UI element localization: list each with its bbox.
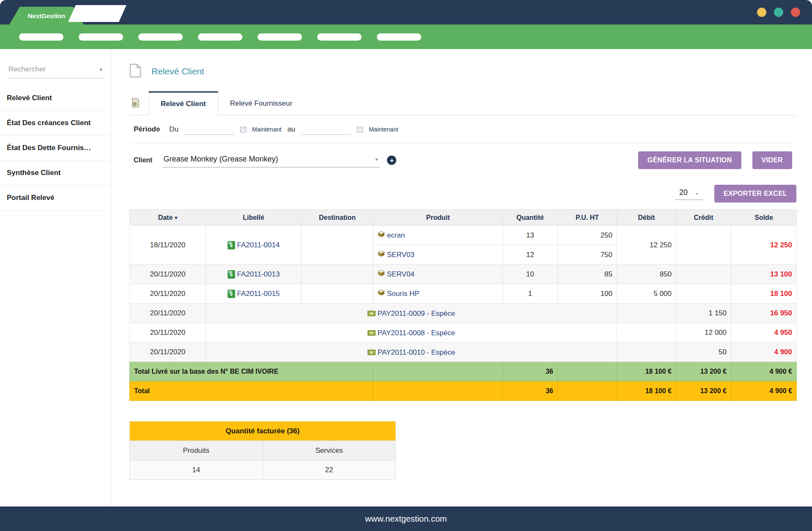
- cell-solde: 16 950: [731, 304, 797, 323]
- cell-libelle: $ FA2011-0015: [206, 284, 302, 304]
- app-window: NextGestion Rechercher ▾ Relevé Client É…: [0, 0, 812, 531]
- maintenant-from-link[interactable]: Maintenant: [252, 126, 281, 133]
- cell-pu: 250: [558, 226, 617, 245]
- payment-icon: [368, 330, 376, 336]
- cell-credit: [676, 265, 731, 284]
- nav-pill[interactable]: [19, 33, 63, 41]
- export-excel-button[interactable]: EXPORTER EXCEL: [714, 185, 796, 203]
- package-icon: [378, 250, 385, 259]
- nav-pill[interactable]: [377, 33, 421, 41]
- total-solde: 4 900 €: [731, 381, 797, 401]
- product-link[interactable]: ecran: [387, 231, 405, 240]
- cell-libelle: $ FA2011-0013: [206, 265, 302, 284]
- total-delivered-row: Total Livré sur la base des N° BE CIM IV…: [130, 362, 797, 381]
- col-quantite[interactable]: Quantité: [503, 210, 558, 226]
- col-credit[interactable]: Crédit: [676, 210, 731, 226]
- calendar-icon[interactable]: [357, 127, 363, 132]
- main-content: Relevé Client € Relevé Client Relevé Fou…: [111, 49, 812, 506]
- sidebar-search[interactable]: Rechercher ▾: [7, 62, 104, 78]
- invoice-icon: $: [228, 290, 235, 298]
- cell-date: 20/11/2020: [130, 265, 206, 284]
- col-produit[interactable]: Produit: [373, 210, 503, 226]
- table-row: 20/11/2020 PAY2011-0008 - Espèce 12 000 …: [130, 323, 797, 342]
- date-to-input[interactable]: [301, 124, 351, 135]
- nav-pill[interactable]: [79, 33, 123, 41]
- sidebar-item-etat-dette-fournisseur[interactable]: État Des Dette Fournis…: [0, 136, 111, 161]
- col-solde[interactable]: Solde: [731, 210, 797, 226]
- cell-debit: [617, 304, 676, 323]
- summary-produits-value: 14: [130, 460, 263, 480]
- cell-date: 18/11/2020: [130, 226, 206, 265]
- quantity-summary-table: Quantité facturée (36) Produits Services…: [129, 421, 396, 480]
- product-link[interactable]: Souris HP: [387, 290, 420, 298]
- cell-pu: 100: [558, 284, 617, 304]
- cell-debit: 12 250: [617, 226, 676, 265]
- table-header-row: Date▾ Libellé Destination Produit Quanti…: [130, 210, 797, 226]
- document-icon: [129, 63, 141, 79]
- chevron-down-icon: ▾: [375, 156, 378, 162]
- cell-credit: 1 150: [676, 304, 731, 323]
- clear-button[interactable]: VIDER: [752, 151, 792, 169]
- cell-payment: PAY2011-0008 - Espèce: [206, 323, 617, 342]
- payment-link[interactable]: PAY2011-0008 - Espèce: [378, 329, 455, 337]
- cell-quantite: 1: [503, 284, 558, 304]
- maintenant-to-link[interactable]: Maintenant: [369, 126, 398, 133]
- cell-credit: [676, 284, 731, 304]
- tab-bar: € Relevé Client Relevé Fournisseur: [129, 91, 796, 115]
- nav-pill[interactable]: [258, 33, 302, 41]
- invoice-link[interactable]: FA2011-0015: [237, 290, 280, 298]
- period-filter-row: Période Du Maintenant au Maintenant: [129, 115, 796, 144]
- cell-date: 20/11/2020: [130, 284, 206, 304]
- search-placeholder: Rechercher: [8, 65, 46, 74]
- package-icon: [378, 231, 385, 240]
- nav-pill[interactable]: [138, 33, 183, 41]
- col-date[interactable]: Date▾: [130, 210, 206, 226]
- sidebar-item-etat-creances-client[interactable]: État Des créances Client: [0, 111, 111, 136]
- sidebar-item-synthese-client[interactable]: Synthèse Client: [0, 161, 111, 186]
- cell-date: 20/11/2020: [130, 304, 206, 323]
- chevron-down-icon: ⌄: [694, 189, 699, 196]
- invoice-link[interactable]: FA2011-0014: [237, 241, 280, 249]
- cell-produit: SERV03: [373, 245, 503, 265]
- add-client-button[interactable]: +: [387, 156, 396, 165]
- sidebar-menu: Relevé Client État Des créances Client É…: [0, 86, 111, 211]
- product-link[interactable]: SERV04: [387, 270, 414, 279]
- cell-produit: Souris HP: [373, 284, 503, 304]
- invoice-icon: $: [228, 270, 235, 279]
- nav-pill[interactable]: [198, 33, 242, 41]
- col-libelle[interactable]: Libellé: [206, 210, 302, 226]
- nav-pill[interactable]: [317, 33, 362, 41]
- cell-credit: [676, 226, 731, 265]
- summary-title: Quantité facturée (36): [130, 422, 396, 441]
- calendar-icon[interactable]: [240, 127, 246, 132]
- cell-debit: 5 000: [617, 284, 676, 304]
- col-debit[interactable]: Débit: [617, 210, 676, 226]
- footer: www.nextgestion.com: [0, 506, 812, 531]
- cell-pu: 750: [558, 245, 617, 265]
- cell-pu: 85: [558, 265, 617, 284]
- maximize-button[interactable]: [774, 8, 783, 17]
- secondary-tab[interactable]: [68, 5, 126, 22]
- tab-releve-client[interactable]: Relevé Client: [148, 91, 218, 115]
- sidebar-item-portail-releve[interactable]: Portail Relevé: [0, 186, 111, 211]
- tab-releve-fournisseur[interactable]: Relevé Fournisseur: [218, 92, 304, 115]
- close-button[interactable]: [791, 8, 800, 17]
- cell-debit: [617, 323, 676, 342]
- col-pu-ht[interactable]: P.U. HT: [558, 210, 617, 226]
- product-link[interactable]: SERV03: [387, 251, 414, 259]
- col-destination[interactable]: Destination: [302, 210, 373, 226]
- payment-link[interactable]: PAY2011-0010 - Espèce: [378, 348, 455, 357]
- payment-link[interactable]: PAY2011-0009 - Espèce: [378, 309, 455, 318]
- total-row: Total 36 18 100 € 13 200 € 4 900 €: [130, 381, 797, 401]
- pager-row: 20 ⌄ EXPORTER EXCEL: [129, 185, 796, 203]
- cell-date: 20/11/2020: [130, 342, 206, 362]
- client-select[interactable]: Grease Monkey (Grease Monkey) ▾: [162, 153, 380, 167]
- minimize-button[interactable]: [757, 8, 766, 17]
- page-size-select[interactable]: 20 ⌄: [675, 187, 703, 200]
- invoice-link[interactable]: FA2011-0013: [237, 270, 280, 279]
- date-from-input[interactable]: [184, 124, 234, 135]
- footer-url[interactable]: www.nextgestion.com: [365, 514, 447, 524]
- sidebar-item-releve-client[interactable]: Relevé Client: [0, 86, 111, 111]
- generate-situation-button[interactable]: GÉNÉRER LA SITUATION: [638, 151, 741, 169]
- cell-credit: 12 000: [676, 323, 731, 342]
